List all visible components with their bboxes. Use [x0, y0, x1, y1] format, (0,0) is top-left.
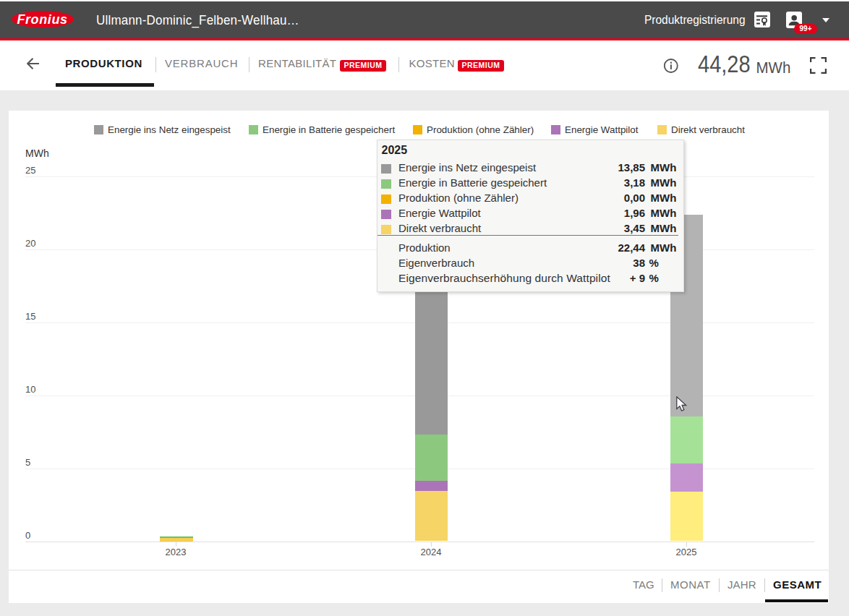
svg-text:Fronius: Fronius: [17, 12, 67, 27]
